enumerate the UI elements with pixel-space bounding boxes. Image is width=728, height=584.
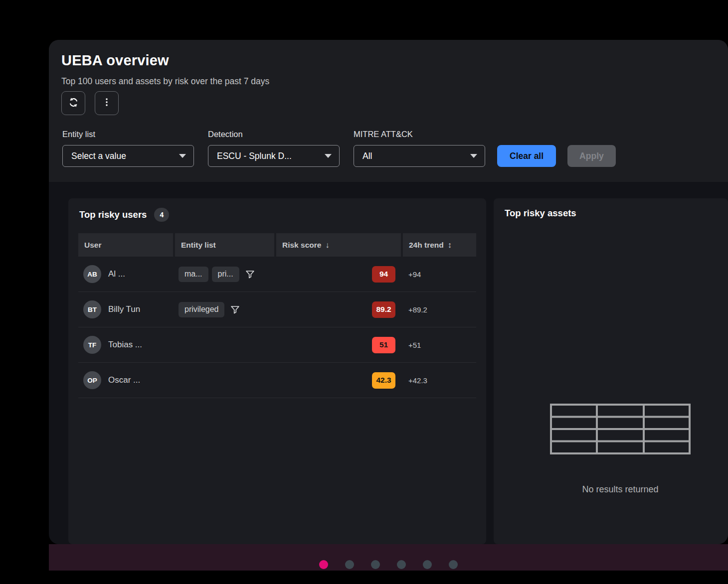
entity-tag[interactable]: ma... [179, 267, 208, 282]
user-cell: BT Billy Tun [78, 292, 173, 327]
pagination-dot-active[interactable] [319, 560, 328, 569]
users-table-body: AB Al ... ma...pri... 94 +94 BT Billy Tu… [78, 257, 476, 398]
page-subtitle: Top 100 users and assets by risk over th… [61, 76, 728, 87]
user-name: Oscar ... [108, 375, 140, 385]
avatar: AB [83, 265, 101, 283]
table-row[interactable]: AB Al ... ma...pri... 94 +94 [78, 257, 476, 292]
trend-cell: +89.2 [403, 292, 476, 327]
detection-label: Detection [208, 130, 340, 139]
entity-cell: privileged [175, 292, 274, 327]
risk-score-cell: 94 [276, 257, 401, 292]
column-header-risk-score[interactable]: Risk score ↓ [276, 233, 401, 257]
pagination-bar [49, 544, 728, 571]
entity-cell: ma...pri... [175, 257, 274, 292]
chevron-down-icon [325, 154, 332, 158]
trend-value: +89.2 [408, 305, 427, 314]
users-panel-title: Top risky users [79, 209, 147, 220]
detection-dropdown[interactable]: ESCU - Splunk D... [208, 145, 340, 167]
risk-score-cell: 42.3 [276, 363, 401, 398]
refresh-icon [67, 96, 80, 111]
avatar: TF [83, 336, 101, 354]
header-section: UEBA overview Top 100 users and assets b… [49, 40, 728, 182]
entity-tag[interactable]: privileged [179, 302, 224, 317]
refresh-button[interactable] [61, 91, 85, 115]
users-table-header: User Entity list Risk score ↓ 24h trend … [78, 233, 476, 257]
top-risky-assets-panel: Top risky assets No results returned [494, 198, 728, 544]
chevron-down-icon [470, 154, 477, 158]
user-cell: AB Al ... [78, 257, 173, 292]
top-risky-users-panel: Top risky users 4 User Entity list Risk … [68, 198, 486, 544]
users-table: User Entity list Risk score ↓ 24h trend … [78, 233, 476, 398]
user-name: Tobias ... [108, 340, 142, 350]
users-count-badge: 4 [154, 208, 169, 222]
entity-cell [175, 327, 274, 362]
trend-cell: +42.3 [403, 363, 476, 398]
no-results-message: No results returned [550, 484, 691, 495]
table-row[interactable]: BT Billy Tun privileged 89.2 +89.2 [78, 292, 476, 327]
mitre-attck-value: All [363, 151, 372, 161]
trend-value: +42.3 [408, 376, 427, 385]
clear-all-button[interactable]: Clear all [497, 145, 556, 167]
entity-list-dropdown[interactable]: Select a value [62, 145, 194, 167]
mitre-attck-dropdown[interactable]: All [354, 145, 485, 167]
entity-list-label: Entity list [62, 130, 194, 139]
entity-tag[interactable]: pri... [212, 267, 239, 282]
user-name: Al ... [108, 269, 125, 279]
user-cell: OP Oscar ... [78, 363, 173, 398]
pagination-dot[interactable] [345, 560, 354, 569]
assets-empty-state: No results returned [550, 404, 691, 495]
sort-descending-icon: ↓ [325, 241, 329, 250]
column-header-user[interactable]: User [78, 233, 173, 257]
pagination-dot[interactable] [371, 560, 380, 569]
avatar: BT [83, 300, 101, 318]
table-row[interactable]: OP Oscar ... 42.3 +42.3 [78, 363, 476, 398]
assets-panel-title: Top risky assets [505, 208, 576, 219]
avatar: OP [83, 371, 101, 389]
risk-score-badge: 89.2 [372, 301, 395, 318]
filter-bar: Entity list Select a value Detection ESC… [62, 130, 616, 167]
detection-value: ESCU - Splunk D... [217, 151, 292, 161]
more-actions-button[interactable] [95, 91, 119, 115]
kebab-menu-icon [101, 97, 112, 110]
filter-icon[interactable] [245, 269, 255, 280]
pagination-dots [319, 560, 458, 569]
risk-score-badge: 51 [372, 337, 395, 353]
risk-score-cell: 89.2 [276, 292, 401, 327]
trend-value: +94 [408, 270, 421, 279]
user-cell: TF Tobias ... [78, 327, 173, 362]
apply-button[interactable]: Apply [567, 145, 616, 167]
user-name: Billy Tun [108, 304, 140, 314]
sort-both-icon: ↕ [448, 241, 452, 250]
entity-list-value: Select a value [71, 151, 126, 161]
filter-icon[interactable] [230, 304, 240, 315]
risk-score-badge: 42.3 [372, 372, 395, 389]
pagination-dot[interactable] [423, 560, 432, 569]
chevron-down-icon [179, 154, 186, 158]
mitre-attck-label: MITRE ATT&CK [354, 130, 485, 139]
table-row[interactable]: TF Tobias ... 51 +51 [78, 327, 476, 363]
risk-score-badge: 94 [372, 266, 395, 283]
pagination-dot[interactable] [449, 560, 458, 569]
column-header-24h-trend[interactable]: 24h trend ↕ [403, 233, 476, 257]
trend-cell: +51 [403, 327, 476, 362]
page-title: UEBA overview [61, 51, 728, 69]
empty-table-illustration [550, 447, 691, 456]
column-header-entity-list[interactable]: Entity list [175, 233, 274, 257]
risk-score-cell: 51 [276, 327, 401, 362]
trend-value: +51 [408, 341, 421, 349]
main-card: UEBA overview Top 100 users and assets b… [49, 40, 728, 544]
trend-cell: +94 [403, 257, 476, 292]
entity-cell [175, 363, 274, 398]
toolbar [61, 91, 728, 115]
pagination-dot[interactable] [397, 560, 406, 569]
